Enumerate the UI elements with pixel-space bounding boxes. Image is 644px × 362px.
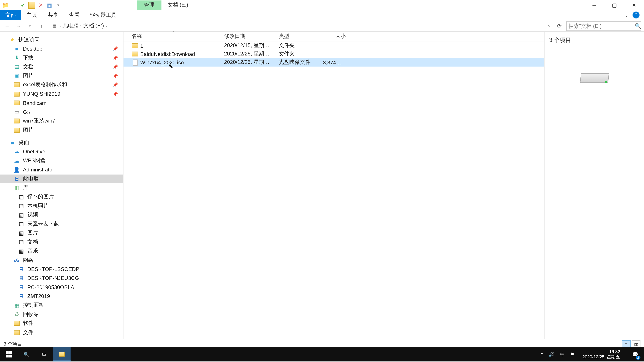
notification-center-button[interactable]: 💬 3 xyxy=(628,347,642,361)
sidebar-network[interactable]: 🖧网络 xyxy=(0,256,123,265)
qat-folder-icon[interactable] xyxy=(28,1,35,8)
sidebar-item[interactable]: ▧ 天翼云盘下载 xyxy=(0,220,123,229)
ribbon-context-tab[interactable]: 管理 xyxy=(137,0,161,10)
sidebar-item[interactable]: ⬇ 下载 📌 xyxy=(0,53,123,62)
folder-icon xyxy=(132,42,138,49)
sidebar-item[interactable]: ▥ 库 xyxy=(0,183,123,192)
clock-time: 16:32 xyxy=(582,349,620,355)
tab-share[interactable]: 共享 xyxy=(42,10,64,20)
sidebar-desktop[interactable]: ■桌面 xyxy=(0,138,123,147)
breadcrumb-drive[interactable]: 文档 (E:) xyxy=(83,22,104,30)
sidebar-item[interactable]: 图片 xyxy=(0,126,123,135)
tab-file[interactable]: 文件 xyxy=(0,10,21,20)
sidebar-item[interactable]: ▤ 文档 📌 xyxy=(0,62,123,71)
sidebar-item[interactable]: ▦ 控制面板 xyxy=(0,301,123,310)
drive-icon: ▭ xyxy=(13,109,20,116)
sidebar-item[interactable]: excel表格制作求和 📌 xyxy=(0,80,123,89)
notification-badge: 3 xyxy=(636,356,640,360)
close-button[interactable]: ✕ xyxy=(624,0,644,10)
folder-icon xyxy=(13,320,20,327)
sidebar-item-label: 音乐 xyxy=(27,247,38,255)
breadcrumb-sep-icon[interactable]: › xyxy=(79,24,82,28)
sidebar-item[interactable]: ▭ G:\ xyxy=(0,108,123,117)
sidebar-item[interactable]: ▧ 保存的图片 xyxy=(0,192,123,201)
sidebar-item[interactable]: 软件 xyxy=(0,319,123,328)
file-type: 文件夹 xyxy=(275,42,319,49)
file-row[interactable]: 1 2020/12/15, 星期二 1... 文件夹 xyxy=(124,41,544,50)
file-pane: ˄ 名称 修改日期 类型 大小 1 2020/12/15, 星期二 1... 文… xyxy=(124,32,644,339)
tray-security-icon[interactable]: ⚑ xyxy=(570,352,574,357)
sidebar-item[interactable]: ▧ 音乐 xyxy=(0,247,123,256)
sidebar-network-pc[interactable]: 🖥 PC-20190530OBLA xyxy=(0,283,123,292)
sidebar-label: 网络 xyxy=(23,256,34,264)
help-icon[interactable]: ? xyxy=(632,11,640,18)
qat-close-icon[interactable]: ✕ xyxy=(37,1,44,8)
sidebar-item[interactable]: ▣ 图片 📌 xyxy=(0,71,123,80)
taskbar-clock[interactable]: 16:32 2020/12/25, 星期五 xyxy=(580,349,623,360)
tray-ime-icon[interactable]: 中 xyxy=(560,351,565,358)
breadcrumb[interactable]: 🖥 › 此电脑 › 文档 (E:) › xyxy=(48,22,544,30)
file-row[interactable]: BaiduNetdiskDownload 2020/12/25, 星期五 1..… xyxy=(124,50,544,58)
address-dropdown-icon[interactable]: v xyxy=(546,23,552,28)
maximize-button[interactable]: ▢ xyxy=(604,0,624,10)
tab-view[interactable]: 查看 xyxy=(64,10,85,20)
sidebar-item[interactable]: ■ Desktop 📌 xyxy=(0,44,123,53)
qat-dropdown-icon[interactable]: ▾ xyxy=(55,1,62,8)
sidebar-item[interactable]: ▧ 文档 xyxy=(0,238,123,247)
nav-back-button[interactable]: ← xyxy=(3,21,12,30)
file-date: 2020/12/25, 星期五 1... xyxy=(220,50,275,58)
view-details-button[interactable]: ≡ xyxy=(622,340,631,348)
nav-forward-button[interactable]: → xyxy=(14,21,23,30)
sidebar-item[interactable]: YUNQISHI2019 📌 xyxy=(0,89,123,98)
sidebar-item[interactable]: win7重装win7 xyxy=(0,117,123,126)
sidebar-item[interactable]: ☁ WPS网盘 xyxy=(0,156,123,165)
file-date: 2020/12/25, 星期五 1... xyxy=(220,59,275,66)
task-view-button[interactable]: ⧉ xyxy=(35,347,53,361)
sidebar-item[interactable]: ▧ 图片 xyxy=(0,229,123,238)
tray-overflow-icon[interactable]: ˄ xyxy=(541,352,543,357)
sidebar-quick-access[interactable]: ★快速访问 xyxy=(0,35,123,44)
file-row[interactable]: Win7x64_2020.iso 2020/12/25, 星期五 1... 光盘… xyxy=(124,58,544,66)
tray-volume-icon[interactable]: 🔊 xyxy=(548,352,554,357)
col-type[interactable]: 类型 xyxy=(275,33,319,40)
taskbar-search-button[interactable]: 🔍 xyxy=(18,347,35,361)
sidebar-item[interactable]: 文件 xyxy=(0,328,123,337)
desktop-icon: ■ xyxy=(13,45,20,52)
search-icon[interactable]: 🔍 xyxy=(635,23,641,29)
cloud-icon: ☁ xyxy=(13,157,20,164)
sidebar-item[interactable]: ▧ 视频 xyxy=(0,211,123,220)
folder-icon xyxy=(13,99,20,107)
search-box[interactable]: 🔍 xyxy=(566,21,641,31)
nav-recent-dropdown[interactable]: ▾ xyxy=(26,21,34,30)
nav-up-button[interactable]: ↑ xyxy=(37,21,46,30)
nav-sidebar: ★快速访问 ■ Desktop 📌 ⬇ 下载 📌 ▤ 文档 📌 ▣ 图片 📌 e… xyxy=(0,32,124,339)
ribbon-tabs: 文件 主页 共享 查看 驱动器工具 ⌄ ? xyxy=(0,10,644,20)
search-input[interactable] xyxy=(568,23,635,29)
sidebar-item[interactable]: ☁ OneDrive xyxy=(0,147,123,156)
tab-home[interactable]: 主页 xyxy=(21,10,42,20)
taskbar-explorer-button[interactable] xyxy=(53,347,70,361)
refresh-button[interactable]: ⟳ xyxy=(555,23,564,29)
col-size[interactable]: 大小 xyxy=(319,33,349,40)
breadcrumb-sep-icon[interactable]: › xyxy=(105,24,108,28)
sidebar-network-pc[interactable]: 🖥 DESKTOP-NJEU3CG xyxy=(0,274,123,283)
breadcrumb-this-pc[interactable]: 此电脑 xyxy=(62,22,78,30)
sidebar-item[interactable]: 👤 Administrator xyxy=(0,165,123,174)
minimize-button[interactable]: ─ xyxy=(584,0,604,10)
sidebar-item[interactable]: Bandicam xyxy=(0,98,123,108)
status-item-count: 3 个项目 xyxy=(4,341,22,347)
sidebar-network-pc[interactable]: 🖥 DESKTOP-LSSOEDP xyxy=(0,265,123,274)
ribbon-expand-icon[interactable]: ⌄ xyxy=(624,12,628,17)
col-date[interactable]: 修改日期 xyxy=(220,33,275,40)
sidebar-network-pc[interactable]: 🖥 ZMT2019 xyxy=(0,292,123,301)
tab-drive-tools[interactable]: 驱动器工具 xyxy=(85,10,122,20)
start-button[interactable] xyxy=(0,347,18,361)
file-list[interactable]: ˄ 名称 修改日期 类型 大小 1 2020/12/15, 星期二 1... 文… xyxy=(124,32,544,339)
qat-checkbox-icon[interactable]: ✔ xyxy=(20,1,26,8)
sidebar-item[interactable]: ▧ 本机照片 xyxy=(0,201,123,211)
sidebar-item[interactable]: 🖥 此电脑 xyxy=(0,174,123,183)
breadcrumb-sep-icon[interactable]: › xyxy=(59,24,62,28)
sidebar-item[interactable]: ♻ 回收站 xyxy=(0,310,123,319)
qat-props-icon[interactable]: ▦ xyxy=(46,1,53,8)
view-icons-button[interactable]: ▦ xyxy=(632,340,640,348)
